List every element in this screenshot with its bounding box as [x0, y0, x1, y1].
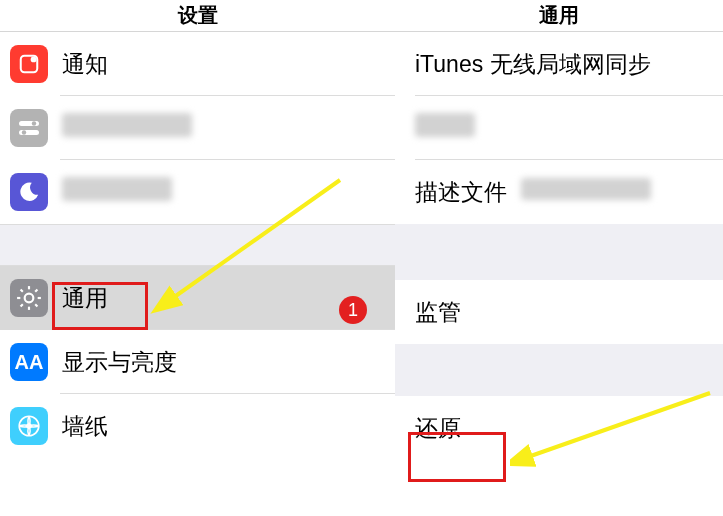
detail-item-reset[interactable]: 还原: [395, 396, 723, 460]
sidebar-item-label: 墙纸: [62, 411, 108, 442]
section-separator: [395, 344, 723, 396]
detail-list: iTunes 无线局域网同步 描述文件 监管 还原: [395, 32, 723, 460]
svg-line-14: [35, 290, 37, 292]
app-container: 设置 通知: [0, 0, 723, 516]
sidebar-header: 设置: [0, 0, 395, 32]
detail-item-itunes-wifi-sync[interactable]: iTunes 无线局域网同步: [395, 32, 723, 96]
control-center-icon: [10, 109, 48, 147]
sidebar-item-general[interactable]: 通用: [0, 266, 395, 330]
svg-point-3: [32, 121, 36, 125]
detail-header: 通用: [395, 0, 723, 32]
detail-item-label: 还原: [415, 413, 461, 444]
sidebar-item-label: 通知: [62, 49, 108, 80]
settings-sidebar: 设置 通知: [0, 0, 395, 516]
svg-line-9: [21, 290, 23, 292]
sidebar-item-label: [62, 177, 172, 207]
svg-line-10: [35, 304, 37, 306]
detail-item-profiles[interactable]: 描述文件: [395, 160, 723, 224]
sidebar-item-label: 显示与亮度: [62, 347, 177, 378]
sidebar-item-control-center[interactable]: [0, 96, 395, 160]
moon-icon: [10, 173, 48, 211]
svg-point-6: [25, 294, 34, 303]
section-separator: [395, 224, 723, 280]
section-separator: [0, 224, 395, 266]
sidebar-item-label: [62, 113, 192, 143]
svg-line-13: [21, 304, 23, 306]
sidebar-item-notifications[interactable]: 通知: [0, 32, 395, 96]
svg-point-1: [31, 56, 37, 62]
sidebar-item-do-not-disturb[interactable]: [0, 160, 395, 224]
detail-item-label: iTunes 无线局域网同步: [415, 49, 651, 80]
display-icon: AA: [10, 343, 48, 381]
sidebar-item-display-brightness[interactable]: AA 显示与亮度: [0, 330, 395, 394]
annotation-badge: 1: [339, 296, 367, 324]
detail-item-label: 监管: [415, 297, 461, 328]
detail-item-supervision[interactable]: 监管: [395, 280, 723, 344]
aa-glyph: AA: [15, 351, 44, 374]
notifications-icon: [10, 45, 48, 83]
detail-item-label: [415, 113, 475, 143]
detail-panel: 通用 iTunes 无线局域网同步 描述文件 监管 还原: [395, 0, 723, 516]
wallpaper-icon: [10, 407, 48, 445]
detail-item-value: [521, 178, 651, 206]
detail-item-label: 描述文件: [415, 177, 507, 208]
sidebar-item-wallpaper[interactable]: 墙纸: [0, 394, 395, 458]
svg-point-5: [22, 130, 26, 134]
detail-item-vpn[interactable]: [395, 96, 723, 160]
sidebar-list: 通知 通用: [0, 32, 395, 458]
sidebar-item-label: 通用: [62, 283, 108, 314]
gear-icon: [10, 279, 48, 317]
